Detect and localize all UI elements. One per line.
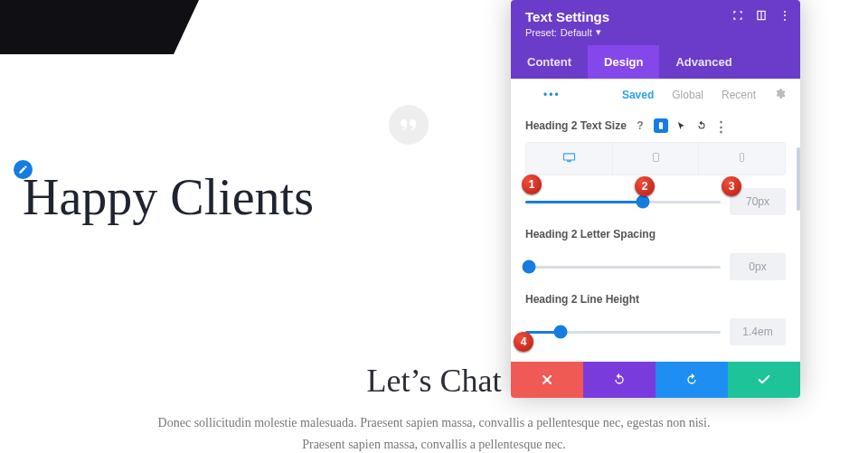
field-kebab-icon[interactable]: ⋮ (715, 119, 728, 132)
scrollbar[interactable] (797, 147, 800, 211)
annotation-3: 3 (722, 176, 741, 196)
value-letter-spacing[interactable]: 0px (730, 253, 786, 280)
svg-rect-2 (659, 122, 663, 129)
field-line-height: Heading 2 Line Height 1.4em (525, 293, 786, 345)
responsive-phone-icon[interactable] (654, 118, 668, 133)
svg-rect-3 (563, 154, 574, 160)
panel-header[interactable]: Text Settings Preset: Default ▾ ⋮ (511, 0, 800, 45)
page-heading: Happy Clients (23, 168, 314, 226)
panel-footer (511, 362, 800, 398)
gear-icon[interactable] (774, 88, 786, 102)
section-body: Donec sollicitudin molestie malesuada. P… (0, 412, 868, 453)
header-wedge (0, 0, 224, 54)
label-text-size: Heading 2 Text Size (525, 119, 627, 132)
annotation-1: 1 (522, 175, 542, 194)
slider-text-size[interactable] (525, 201, 721, 203)
annotation-2: 2 (635, 176, 655, 196)
panel-tabs: Content Design Advanced (511, 45, 800, 79)
field-letter-spacing: Heading 2 Letter Spacing 0px (525, 228, 786, 280)
help-icon[interactable]: ? (634, 119, 646, 132)
device-desktop[interactable] (526, 143, 612, 175)
undo-button[interactable] (583, 362, 656, 398)
subtab-saved[interactable]: Saved (622, 89, 654, 101)
kebab-icon[interactable]: ⋮ (778, 9, 791, 22)
hover-cursor-icon[interactable] (675, 119, 688, 132)
value-line-height[interactable]: 1.4em (730, 318, 786, 345)
settings-panel: Text Settings Preset: Default ▾ ⋮ Conten… (511, 0, 800, 398)
label-letter-spacing: Heading 2 Letter Spacing (525, 228, 656, 241)
tab-advanced[interactable]: Advanced (659, 45, 748, 79)
save-button[interactable] (728, 362, 800, 398)
svg-rect-5 (653, 154, 658, 162)
cancel-button[interactable] (511, 362, 583, 398)
annotation-4: 4 (514, 332, 533, 352)
device-segmented (525, 142, 786, 175)
svg-rect-6 (741, 154, 744, 162)
tab-content[interactable]: Content (511, 45, 588, 79)
preset-dropdown[interactable]: Preset: Default ▾ (525, 26, 786, 38)
snap-icon[interactable] (755, 9, 768, 22)
field-text-size: Heading 2 Text Size ? ⋮ (525, 118, 786, 215)
chevron-down-icon: ▾ (596, 26, 601, 38)
expand-icon[interactable] (731, 9, 744, 22)
label-line-height: Heading 2 Line Height (525, 293, 639, 306)
slider-line-height[interactable] (525, 331, 721, 334)
subtab-recent[interactable]: Recent (722, 89, 756, 101)
slider-letter-spacing[interactable] (525, 266, 721, 269)
device-tablet[interactable] (612, 143, 699, 175)
svg-rect-4 (568, 161, 571, 162)
redo-button[interactable] (656, 362, 728, 398)
subtab-global[interactable]: Global (672, 89, 703, 101)
quote-icon (389, 105, 429, 145)
more-dots-icon[interactable]: ••• (543, 89, 561, 101)
device-phone[interactable] (698, 143, 785, 175)
reset-icon[interactable] (695, 119, 708, 132)
tab-design[interactable]: Design (588, 45, 659, 79)
subtabs: ••• Saved Global Recent (511, 79, 800, 106)
